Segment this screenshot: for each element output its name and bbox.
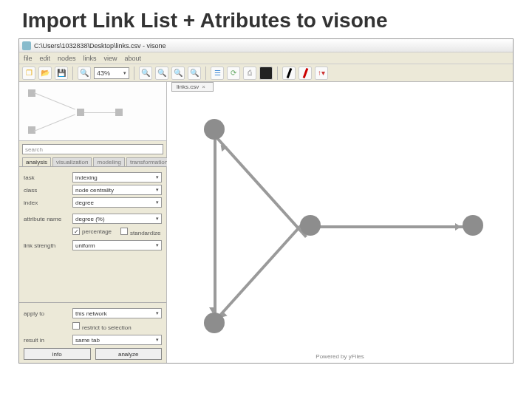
list-icon[interactable]: ☰ bbox=[211, 66, 224, 80]
zoom-reset-icon[interactable]: 🔍 bbox=[188, 66, 201, 80]
graph-node[interactable] bbox=[204, 313, 225, 333]
index-label: index bbox=[24, 200, 69, 206]
zoom-fit-icon[interactable]: 🔍 bbox=[171, 66, 185, 80]
menubar: file edit nodes links view about bbox=[19, 52, 513, 64]
task-label: task bbox=[24, 174, 69, 181]
graph-node[interactable] bbox=[204, 119, 225, 140]
standardize-label: standardize bbox=[130, 230, 160, 236]
restrict-label: restrict to selection bbox=[82, 324, 132, 331]
attr-select[interactable]: degree (%) bbox=[72, 214, 162, 224]
analyze-button[interactable]: analyze bbox=[95, 348, 163, 360]
resultin-label: result in bbox=[24, 337, 69, 344]
app-icon bbox=[22, 41, 31, 50]
sidebar-tabs: analysis visualization modeling transfor… bbox=[19, 157, 166, 166]
application-window: C:\Users\1032838\Desktop\links.csv - vis… bbox=[18, 38, 514, 364]
open-file-icon[interactable]: 📂 bbox=[38, 66, 52, 80]
arrowhead-icon bbox=[455, 223, 461, 231]
tab-visualization[interactable]: visualization bbox=[52, 157, 92, 166]
swatch-icon[interactable] bbox=[259, 66, 273, 80]
graph-edge bbox=[216, 219, 307, 319]
menu-about[interactable]: about bbox=[125, 55, 142, 62]
index-select[interactable]: degree bbox=[72, 197, 162, 208]
search-input[interactable]: search bbox=[22, 144, 163, 154]
task-select[interactable]: indexing bbox=[72, 172, 162, 183]
graph-edge bbox=[214, 138, 216, 321]
window-title-text: C:\Users\1032838\Desktop\links.csv - vis… bbox=[34, 42, 166, 50]
percentage-checkbox[interactable]: ✓ bbox=[72, 228, 80, 235]
toolbar: ❐ 📂 💾 🔍 43% 🔍 🔍 🔍 🔍 ☰ ⟳ ⎙ ↑▾ bbox=[19, 64, 513, 82]
menu-edit[interactable]: edit bbox=[40, 55, 51, 62]
canvas-tab[interactable]: links.csv× bbox=[171, 82, 214, 92]
menu-view[interactable]: view bbox=[104, 55, 117, 62]
graph-edge bbox=[318, 225, 466, 228]
tool-dropdown-icon[interactable]: ↑▾ bbox=[315, 66, 328, 80]
analysis-panel: task indexing class node centrality inde… bbox=[19, 166, 166, 302]
zoom-select[interactable]: 43% bbox=[94, 67, 129, 79]
zoom-out-icon[interactable]: 🔍 bbox=[155, 66, 168, 80]
graph-node[interactable] bbox=[300, 215, 321, 236]
save-file-icon[interactable]: 💾 bbox=[55, 66, 68, 80]
class-label: class bbox=[24, 187, 69, 194]
menu-links[interactable]: links bbox=[83, 55, 97, 62]
pen-black-icon[interactable] bbox=[282, 66, 296, 80]
info-button[interactable]: info bbox=[24, 348, 91, 360]
applyto-select[interactable]: this network bbox=[72, 308, 162, 318]
window-titlebar: C:\Users\1032838\Desktop\links.csv - vis… bbox=[19, 39, 513, 52]
close-tab-icon[interactable]: × bbox=[202, 83, 205, 90]
refresh-icon[interactable]: ⟳ bbox=[227, 66, 240, 80]
pen-red-icon[interactable] bbox=[299, 66, 312, 80]
print-icon[interactable]: ⎙ bbox=[243, 66, 256, 80]
resultin-select[interactable]: same tab bbox=[72, 335, 162, 345]
graph-canvas[interactable]: links.csv× Powered by yFiles bbox=[167, 82, 513, 363]
attr-label: attribute name bbox=[24, 216, 69, 222]
sidebar: search analysis visualization modeling t… bbox=[19, 82, 167, 363]
slide-title: Import Link List + Atributes to visone bbox=[0, 0, 532, 38]
zoom-icon[interactable]: 🔍 bbox=[78, 66, 91, 80]
overview-node bbox=[115, 109, 123, 116]
zoom-in-icon[interactable]: 🔍 bbox=[139, 66, 152, 80]
tab-transformation[interactable]: transformation bbox=[126, 157, 171, 166]
class-select[interactable]: node centrality bbox=[72, 185, 162, 195]
percentage-label: percentage bbox=[82, 228, 112, 235]
linkstrength-label: link strength bbox=[24, 242, 69, 249]
canvas-footer: Powered by yFiles bbox=[316, 353, 364, 360]
linkstrength-select[interactable]: uniform bbox=[72, 240, 162, 250]
applyto-label: apply to bbox=[24, 310, 69, 317]
menu-file[interactable]: file bbox=[24, 55, 33, 62]
standardize-checkbox[interactable] bbox=[120, 228, 128, 235]
new-file-icon[interactable]: ❐ bbox=[22, 66, 35, 80]
tab-modeling[interactable]: modeling bbox=[93, 157, 124, 166]
restrict-checkbox[interactable] bbox=[72, 322, 80, 330]
menu-nodes[interactable]: nodes bbox=[58, 55, 76, 62]
tab-analysis[interactable]: analysis bbox=[22, 157, 51, 166]
overview-node bbox=[77, 109, 84, 116]
graph-edge bbox=[216, 137, 307, 238]
graph-node[interactable] bbox=[463, 215, 483, 236]
bottom-panel: apply to this network restrict to select… bbox=[19, 302, 166, 363]
overview-panel[interactable] bbox=[19, 82, 166, 141]
